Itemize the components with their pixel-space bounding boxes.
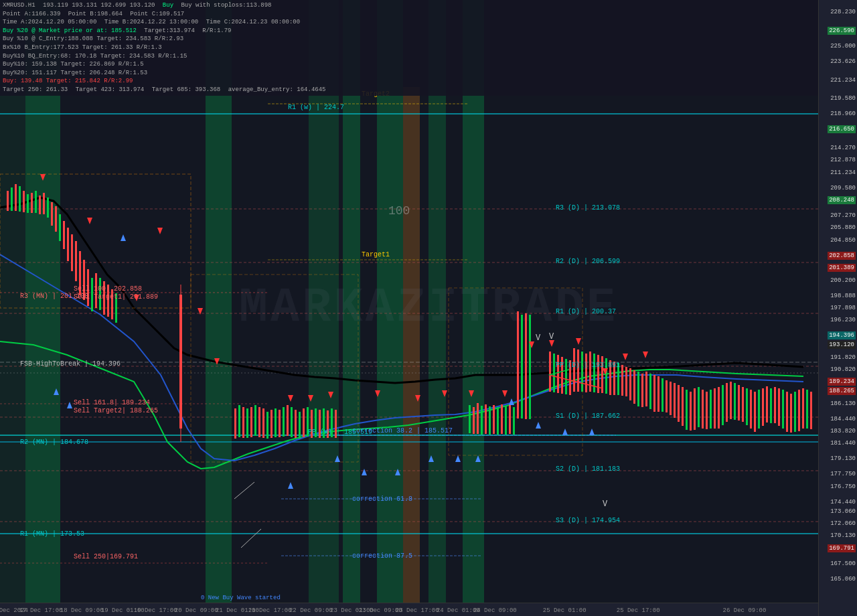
svg-rect-7 [35, 191, 37, 213]
v-marker-3: V [603, 499, 608, 509]
arrow-up-8 [428, 455, 434, 462]
arrow-up-9 [455, 455, 461, 462]
arrow-up-3 [121, 234, 126, 241]
arrow-down-13 [469, 390, 474, 397]
svg-rect-123 [750, 390, 752, 429]
price-196: 196.230 [830, 317, 856, 323]
time-19dec17: 19 Dec 17:00 [134, 607, 177, 614]
buy-last: Buy: 139.48 Target: 215.842 R/R:2.99 [3, 78, 133, 84]
svg-rect-138 [810, 392, 812, 429]
target685: Target 685: 393.368 [152, 86, 221, 93]
price-221: 221.234 [830, 77, 856, 84]
price-212: 212.878 [830, 157, 856, 163]
price-194: 194.396 [828, 331, 856, 339]
header-row-10: Buy: 139.48 Target: 215.842 R/R:2.99 [3, 77, 815, 86]
price-198: 198.888 [830, 293, 856, 299]
svg-rect-41 [275, 408, 277, 437]
svg-rect-46 [295, 410, 297, 438]
svg-rect-61 [485, 404, 487, 434]
price-170: 170.130 [830, 532, 856, 539]
time-24dec09: 24 Dec 09:00 [473, 607, 517, 614]
svg-rect-59 [477, 403, 479, 434]
time-scale: 16 Dec 2024 17 Dec 17:00 18 Dec 09:00 19… [0, 603, 818, 616]
svg-rect-125 [758, 390, 760, 429]
svg-rect-108 [690, 392, 692, 431]
svg-rect-110 [698, 387, 700, 427]
header-row-2: Point A:1166.339 Point B:198.664 Point C… [3, 10, 815, 19]
svg-rect-124 [754, 392, 756, 432]
svg-rect-107 [686, 390, 688, 430]
arrow-up-7 [395, 469, 400, 475]
svg-rect-75 [557, 355, 559, 393]
svg-rect-33 [242, 407, 244, 438]
price-scale: 228.230 226.590 225.000 223.626 221.234 … [818, 0, 857, 616]
svg-rect-96 [641, 374, 643, 407]
header-row-9: Buy%20: 151.117 Target: 206.248 R/R:1.53 [3, 69, 815, 78]
svg-rect-4 [23, 191, 25, 212]
buy-c-entry: Buy %10 @ C_Entry:188.088 Target: 234.58… [3, 35, 183, 42]
svg-rect-72 [529, 315, 531, 419]
time-18dec09: 18 Dec 09:00 [60, 607, 104, 614]
target250: Target 250: 261.33 [3, 86, 68, 93]
price-189: 189.234 [828, 378, 856, 386]
arrow-up-6 [362, 469, 367, 475]
price-208: 208.248 [828, 196, 856, 204]
price-169: 169.791 [828, 544, 856, 552]
svg-rect-16 [71, 234, 73, 271]
svg-rect-80 [577, 350, 579, 392]
svg-rect-47 [299, 412, 301, 439]
price-181: 181.440 [830, 440, 856, 447]
svg-rect-39 [266, 412, 268, 439]
svg-rect-11 [51, 202, 53, 226]
header-row-1: XMRUSD.H1 193.119 193.131 192.699 193.12… [3, 1, 815, 10]
r1mn-label: R1 (MN) | 173.53 [20, 530, 84, 538]
svg-rect-66 [505, 406, 507, 435]
price-191: 191.820 [830, 354, 856, 361]
sell100-label: Sell 100| 202.858 [74, 285, 142, 293]
svg-rect-64 [497, 407, 499, 435]
svg-rect-70 [521, 315, 523, 418]
time-20dec09: 20 Dec 09:00 [175, 607, 218, 614]
r1w-label: R1 (w) | 224.7 [288, 104, 344, 111]
point-c: Point C:109.517 [130, 11, 184, 17]
header-row-4: Buy %20 @ Market price or at: 185.512 Ta… [3, 27, 815, 35]
arrow-up-4 [288, 482, 293, 489]
svg-rect-10 [47, 198, 49, 218]
svg-rect-31 [234, 408, 236, 439]
tema-status: Buy [163, 2, 173, 9]
svg-rect-6 [31, 193, 33, 213]
svg-rect-118 [730, 382, 732, 419]
svg-rect-57 [469, 405, 471, 433]
svg-rect-44 [287, 405, 289, 436]
svg-rect-95 [637, 372, 639, 406]
time-25dec17: 25 Dec 17:00 [617, 607, 660, 614]
arrow-down-10 [375, 390, 380, 397]
price-200: 200.200 [830, 277, 856, 284]
header-info: XMRUSD.H1 193.119 193.131 192.699 193.12… [0, 0, 818, 96]
price-218: 218.960 [830, 110, 856, 117]
price-188: 188.265 [828, 387, 856, 395]
svg-rect-135 [798, 390, 800, 431]
price-174: 174.440 [830, 499, 856, 506]
price-214: 214.270 [830, 145, 856, 151]
arrow-down-14 [502, 390, 508, 397]
arrow-down-12 [442, 390, 447, 397]
sell-target1-label: Sell Target1| 201.889 [74, 293, 158, 301]
arrow-up-2 [67, 402, 72, 408]
svg-rect-67 [509, 405, 511, 434]
corr875-label: correction 87.5 [352, 552, 412, 560]
svg-rect-100 [657, 376, 659, 412]
price-193: 193.120 [828, 341, 856, 349]
chart-svg: V V V 100 [0, 87, 818, 603]
ppd-label: PP (D) | 193.891 [556, 362, 620, 369]
svg-rect-91 [621, 365, 623, 396]
time-22dec09: 22 Dec 09:00 [289, 607, 333, 614]
s1d-label: S1 (D) | 187.662 [556, 412, 620, 420]
r1d-label: R1 (D) | 200.37 [556, 308, 616, 315]
diag-arrow-2 [241, 529, 261, 548]
buy-rr: R/R:1.79 [202, 27, 231, 34]
ohlc-label: 193.119 193.131 192.699 193.120 [43, 2, 155, 9]
svg-rect-132 [786, 392, 788, 432]
price-204: 204.850 [830, 237, 856, 244]
header-row-7: Buy%10 BQ_Entry:68: 170.18 Target: 234.5… [3, 52, 815, 61]
